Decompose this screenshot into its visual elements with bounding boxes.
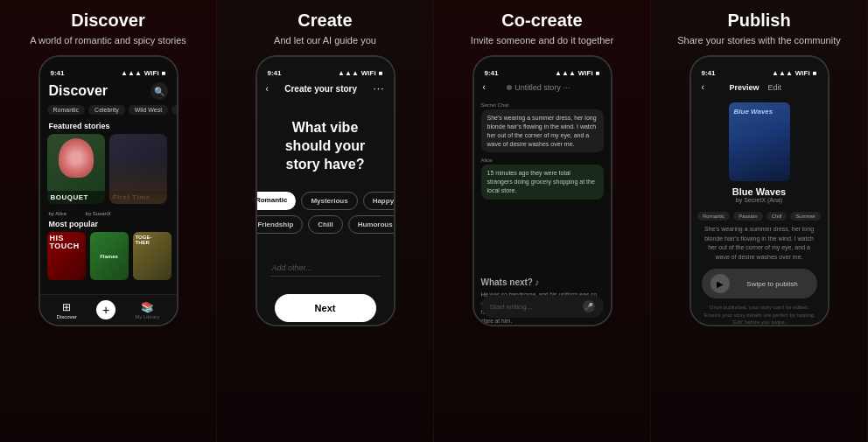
book-cover-area: Blue Waves Blue Waves by SecretX (Ana) [691,97,828,212]
battery-icon-4: ■ [813,69,817,77]
popular-label: Most popular [40,218,177,232]
status-time-1: 9:41 [51,69,65,77]
pub-tag-passion[interactable]: Passion [733,212,762,221]
status-time-3: 9:41 [485,69,499,77]
wifi-icon-2: WiFi [361,69,376,77]
publish-section: Publish Share your stories with the comm… [651,0,868,442]
signal-icon: ▲▲▲ [121,69,142,77]
create-title: Create [298,11,352,31]
bottom-nav-discover: ⊞ Discover + 📚 My Library [40,294,177,325]
featured-stories-grid: BOUQUET First Time [40,134,177,209]
back-arrow-3[interactable]: ‹ [702,82,704,92]
back-arrow[interactable]: ‹ [266,84,269,94]
create-phone: 9:41 ▲▲▲ WiFi ■ ‹ Create your story ··· … [256,55,396,326]
more-options[interactable]: ··· [373,82,384,95]
flames-inner: Flames [90,232,129,280]
preview-tab[interactable]: Preview [729,83,759,92]
vibe-romantic[interactable]: Romantic [256,192,297,210]
tags-row: Romantic Celebrity Wild West Queer [40,105,177,120]
library-nav-label: My Library [135,314,159,319]
cocreate-screen-header: ‹ Untitled story ··· [474,79,611,97]
edit-tab[interactable]: Edit [767,83,781,92]
signal-icon-4: ▲▲▲ [772,69,793,77]
status-time-2: 9:41 [268,69,282,77]
status-time-4: 9:41 [702,69,716,77]
publish-tags-row: Romantic Passion Chill Summer [691,212,828,221]
whats-next-label: Whats next? ♪ [474,274,611,291]
pub-tag-summer[interactable]: Summer [790,212,821,221]
search-button[interactable]: 🔍 [150,82,168,100]
status-bar-2: 9:41 ▲▲▲ WiFi ■ [257,57,394,79]
nav-library[interactable]: 📚 My Library [135,301,159,319]
nav-discover[interactable]: ⊞ Discover [57,301,77,319]
discover-nav-label: Discover [57,314,77,319]
vibe-happy[interactable]: Happy [363,192,396,210]
chat-bubble-1: She's wearing a summer dress, her long b… [481,109,604,152]
featured-label: Featured stories [40,120,177,134]
cocreate-title: Co-create [501,11,582,31]
tag-queer[interactable]: Queer [172,105,176,115]
whats-next-text: Whats next? [481,277,533,287]
status-icons-2: ▲▲▲ WiFi ■ [338,69,382,77]
story-first-time[interactable]: First Time [109,134,167,204]
cocreate-phone: 9:41 ▲▲▲ WiFi ■ ‹ Untitled story ··· Sec… [472,55,612,326]
back-arrow-2[interactable]: ‹ [483,82,486,92]
story-more-icon[interactable]: ··· [564,83,570,92]
status-icons-4: ▲▲▲ WiFi ■ [772,69,816,77]
tag-wild-west[interactable]: Wild West [129,105,168,115]
discover-nav-icon: ⊞ [62,301,71,313]
swipe-to-publish-btn[interactable]: ▶ Swipe to publish [702,269,817,298]
status-bar-4: 9:41 ▲▲▲ WiFi ■ [691,57,828,79]
publish-phone: 9:41 ▲▲▲ WiFi ■ ‹ Preview Edit Blue W [690,55,830,326]
story-header: Untitled story ··· [507,83,570,92]
book-cover: Blue Waves [729,102,790,181]
nav-add-btn[interactable]: + [96,300,116,319]
popular-his-touch[interactable]: HISTOUCH [47,232,86,280]
cocreate-subtitle: Invite someone and do it together [471,34,613,46]
popular-flames[interactable]: Flames [90,232,129,280]
tag-romantic[interactable]: Romantic [47,105,86,115]
vibe-friendship[interactable]: Friendship [256,215,304,234]
first-time-bg-deco [109,156,167,204]
pub-tag-chill[interactable]: Chill [766,212,788,221]
publish-subtitle: Share your stories with the community [677,34,840,46]
popular-grid: HISTOUCH Flames TOGE-THER [40,232,177,280]
add-other-field[interactable]: Add other... [270,260,381,277]
untitled-story-title: Untitled story [514,83,561,92]
discover-screen-header: Discover 🔍 [40,79,177,105]
music-note-icon: ♪ [535,277,539,287]
cocreate-section: Co-create Invite someone and do it toget… [434,0,651,442]
bouquet-flower-deco [59,138,94,178]
mic-icon[interactable]: 🎤 [583,300,595,312]
signal-icon-3: ▲▲▲ [555,69,576,77]
story-status-dot [507,85,512,90]
discover-section: Discover A world of romantic and spicy s… [0,0,217,442]
discover-title: Discover [71,11,145,31]
story-bouquet[interactable]: BOUQUET [47,134,105,204]
swipe-handle-icon: ▶ [710,274,730,293]
battery-icon-3: ■ [596,69,600,77]
vibe-chill[interactable]: Chill [308,215,342,234]
chat-area: Secret Chat She's wearing a summer dress… [474,97,611,274]
discover-screen-title: Discover [49,83,108,99]
vibe-mysterious[interactable]: Mysterious [301,192,357,210]
battery-icon: ■ [162,69,166,77]
start-writing-placeholder: Start writing... [490,303,533,311]
book-cover-image: Blue Waves [729,102,790,181]
publish-disclaimer: Once published, your story can't be edit… [691,304,828,326]
create-screen-title: Create your story [284,84,357,94]
next-button[interactable]: Next [275,294,376,322]
discover-subtitle: A world of romantic and spicy stories [30,34,186,46]
publish-title: Publish [727,11,790,31]
pub-tag-romantic[interactable]: Romantic [697,212,730,221]
start-writing-bar[interactable]: Start writing... 🎤 [481,295,604,318]
tag-celebrity[interactable]: Celebrity [88,105,125,115]
publish-excerpt: She's wearing a summer dress, her long b… [691,225,828,269]
preview-edit-tabs: Preview Edit [729,83,781,92]
library-nav-icon: 📚 [141,301,154,313]
bouquet-title: BOUQUET [47,191,105,204]
popular-together[interactable]: TOGE-THER [133,232,172,280]
flames-title: Flames [97,252,121,261]
status-icons-1: ▲▲▲ WiFi ■ [121,69,165,77]
vibe-humorous[interactable]: Humorous [348,215,396,234]
